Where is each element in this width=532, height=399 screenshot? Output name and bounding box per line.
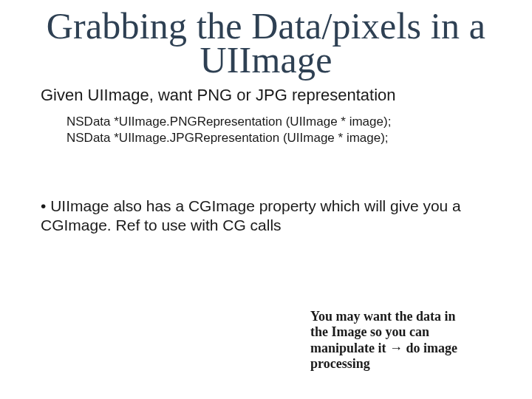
slide-subtitle: Given UIImage, want PNG or JPG represent… [41,86,491,105]
slide: Grabbing the Data/pixels in a UIImage Gi… [0,9,532,399]
side-note: You may want the data in the Image so yo… [310,309,473,372]
bullet-point: • UIImage also has a CGImage property wh… [41,197,491,236]
code-line-2: NSData *UIImage.JPGRepresentation (UIIma… [66,130,491,146]
code-line-1: NSData *UIImage.PNGRepresentation (UIIma… [66,114,491,130]
code-block: NSData *UIImage.PNGRepresentation (UIIma… [66,114,491,146]
arrow-icon: → [389,341,403,355]
slide-title: Grabbing the Data/pixels in a UIImage [22,9,510,77]
